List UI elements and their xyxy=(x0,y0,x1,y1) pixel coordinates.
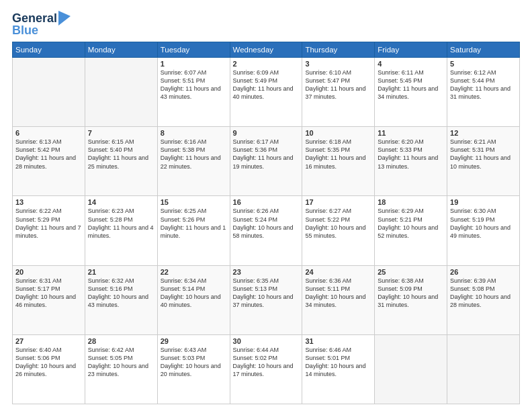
day-info: Sunrise: 6:15 AM Sunset: 5:40 PM Dayligh… xyxy=(88,138,154,171)
calendar-cell: 14Sunrise: 6:23 AM Sunset: 5:28 PM Dayli… xyxy=(85,196,157,265)
day-number: 21 xyxy=(88,268,154,276)
day-number: 23 xyxy=(233,268,300,276)
day-info: Sunrise: 6:43 AM Sunset: 5:03 PM Dayligh… xyxy=(161,346,227,379)
day-info: Sunrise: 6:32 AM Sunset: 5:16 PM Dayligh… xyxy=(88,277,154,310)
day-info: Sunrise: 6:44 AM Sunset: 5:02 PM Dayligh… xyxy=(233,346,300,379)
day-number: 19 xyxy=(450,198,517,206)
day-number: 29 xyxy=(161,337,227,345)
calendar-body: 1Sunrise: 6:07 AM Sunset: 5:51 PM Daylig… xyxy=(13,58,520,404)
day-number: 17 xyxy=(305,198,371,206)
day-number: 16 xyxy=(233,198,300,206)
calendar-cell: 3Sunrise: 6:10 AM Sunset: 5:47 PM Daylig… xyxy=(302,58,375,127)
day-number: 4 xyxy=(378,60,444,68)
calendar-cell: 2Sunrise: 6:09 AM Sunset: 5:49 PM Daylig… xyxy=(230,58,302,127)
calendar-cell: 27Sunrise: 6:40 AM Sunset: 5:06 PM Dayli… xyxy=(13,334,85,404)
calendar-week-5: 27Sunrise: 6:40 AM Sunset: 5:06 PM Dayli… xyxy=(13,334,520,404)
day-info: Sunrise: 6:35 AM Sunset: 5:13 PM Dayligh… xyxy=(233,277,300,310)
weekday-header-tuesday: Tuesday xyxy=(157,42,230,58)
day-info: Sunrise: 6:21 AM Sunset: 5:31 PM Dayligh… xyxy=(450,138,517,171)
day-number: 22 xyxy=(161,268,227,276)
day-info: Sunrise: 6:31 AM Sunset: 5:17 PM Dayligh… xyxy=(15,277,82,310)
day-number: 10 xyxy=(305,129,371,137)
calendar-cell xyxy=(85,58,157,127)
day-number: 1 xyxy=(161,60,227,68)
day-number: 13 xyxy=(15,198,82,206)
header: General Blue xyxy=(12,11,520,36)
weekday-header-monday: Monday xyxy=(85,42,157,58)
calendar-cell: 4Sunrise: 6:11 AM Sunset: 5:45 PM Daylig… xyxy=(375,58,447,127)
calendar-cell: 26Sunrise: 6:39 AM Sunset: 5:08 PM Dayli… xyxy=(447,265,520,334)
logo: General Blue xyxy=(12,11,72,36)
day-info: Sunrise: 6:13 AM Sunset: 5:42 PM Dayligh… xyxy=(15,138,82,171)
day-number: 28 xyxy=(88,337,154,345)
day-info: Sunrise: 6:42 AM Sunset: 5:05 PM Dayligh… xyxy=(88,346,154,379)
day-info: Sunrise: 6:40 AM Sunset: 5:06 PM Dayligh… xyxy=(15,346,82,379)
calendar-cell: 9Sunrise: 6:17 AM Sunset: 5:36 PM Daylig… xyxy=(230,127,302,196)
day-number: 11 xyxy=(378,129,444,137)
day-number: 8 xyxy=(161,129,227,137)
weekday-header-friday: Friday xyxy=(375,42,447,58)
calendar-cell: 6Sunrise: 6:13 AM Sunset: 5:42 PM Daylig… xyxy=(13,127,85,196)
day-info: Sunrise: 6:17 AM Sunset: 5:36 PM Dayligh… xyxy=(233,138,300,171)
day-number: 27 xyxy=(15,337,82,345)
day-info: Sunrise: 6:34 AM Sunset: 5:14 PM Dayligh… xyxy=(161,277,227,310)
day-info: Sunrise: 6:46 AM Sunset: 5:01 PM Dayligh… xyxy=(305,346,371,379)
day-info: Sunrise: 6:25 AM Sunset: 5:26 PM Dayligh… xyxy=(161,207,227,240)
calendar-cell: 23Sunrise: 6:35 AM Sunset: 5:13 PM Dayli… xyxy=(230,265,302,334)
day-number: 30 xyxy=(233,337,300,345)
day-info: Sunrise: 6:07 AM Sunset: 5:51 PM Dayligh… xyxy=(161,68,227,101)
weekday-header-saturday: Saturday xyxy=(447,42,520,58)
calendar-cell: 21Sunrise: 6:32 AM Sunset: 5:16 PM Dayli… xyxy=(85,265,157,334)
svg-marker-0 xyxy=(58,11,71,26)
calendar-cell: 13Sunrise: 6:22 AM Sunset: 5:29 PM Dayli… xyxy=(13,196,85,265)
day-number: 7 xyxy=(88,129,154,137)
day-info: Sunrise: 6:30 AM Sunset: 5:19 PM Dayligh… xyxy=(450,207,517,240)
day-number: 15 xyxy=(161,198,227,206)
calendar-cell: 5Sunrise: 6:12 AM Sunset: 5:44 PM Daylig… xyxy=(447,58,520,127)
weekday-header-wednesday: Wednesday xyxy=(230,42,302,58)
calendar-cell: 17Sunrise: 6:27 AM Sunset: 5:22 PM Dayli… xyxy=(302,196,375,265)
day-number: 18 xyxy=(378,198,444,206)
day-number: 12 xyxy=(450,129,517,137)
page: General Blue SundayMondayTuesdayWednesda… xyxy=(0,0,532,411)
day-info: Sunrise: 6:27 AM Sunset: 5:22 PM Dayligh… xyxy=(305,207,371,240)
calendar-cell xyxy=(13,58,85,127)
calendar-cell: 18Sunrise: 6:29 AM Sunset: 5:21 PM Dayli… xyxy=(375,196,447,265)
day-number: 9 xyxy=(233,129,300,137)
day-info: Sunrise: 6:22 AM Sunset: 5:29 PM Dayligh… xyxy=(15,207,82,240)
day-number: 6 xyxy=(15,129,82,137)
calendar-cell: 16Sunrise: 6:26 AM Sunset: 5:24 PM Dayli… xyxy=(230,196,302,265)
calendar-table: SundayMondayTuesdayWednesdayThursdayFrid… xyxy=(12,42,520,404)
calendar-cell: 28Sunrise: 6:42 AM Sunset: 5:05 PM Dayli… xyxy=(85,334,157,404)
calendar-cell: 10Sunrise: 6:18 AM Sunset: 5:35 PM Dayli… xyxy=(302,127,375,196)
day-info: Sunrise: 6:20 AM Sunset: 5:33 PM Dayligh… xyxy=(378,138,444,171)
calendar-cell: 31Sunrise: 6:46 AM Sunset: 5:01 PM Dayli… xyxy=(302,334,375,404)
day-info: Sunrise: 6:16 AM Sunset: 5:38 PM Dayligh… xyxy=(161,138,227,171)
day-info: Sunrise: 6:29 AM Sunset: 5:21 PM Dayligh… xyxy=(378,207,444,240)
calendar-cell: 12Sunrise: 6:21 AM Sunset: 5:31 PM Dayli… xyxy=(447,127,520,196)
day-info: Sunrise: 6:12 AM Sunset: 5:44 PM Dayligh… xyxy=(450,68,517,101)
calendar-cell: 29Sunrise: 6:43 AM Sunset: 5:03 PM Dayli… xyxy=(157,334,230,404)
calendar-cell: 1Sunrise: 6:07 AM Sunset: 5:51 PM Daylig… xyxy=(157,58,230,127)
calendar-header-row: SundayMondayTuesdayWednesdayThursdayFrid… xyxy=(13,42,520,58)
day-info: Sunrise: 6:38 AM Sunset: 5:09 PM Dayligh… xyxy=(378,277,444,310)
calendar-week-3: 13Sunrise: 6:22 AM Sunset: 5:29 PM Dayli… xyxy=(13,196,520,265)
weekday-header-thursday: Thursday xyxy=(302,42,375,58)
day-info: Sunrise: 6:23 AM Sunset: 5:28 PM Dayligh… xyxy=(88,207,154,240)
day-number: 24 xyxy=(305,268,371,276)
calendar-week-1: 1Sunrise: 6:07 AM Sunset: 5:51 PM Daylig… xyxy=(13,58,520,127)
calendar-cell: 20Sunrise: 6:31 AM Sunset: 5:17 PM Dayli… xyxy=(13,265,85,334)
day-number: 5 xyxy=(450,60,517,68)
day-info: Sunrise: 6:39 AM Sunset: 5:08 PM Dayligh… xyxy=(450,277,517,310)
day-info: Sunrise: 6:10 AM Sunset: 5:47 PM Dayligh… xyxy=(305,68,371,101)
day-number: 31 xyxy=(305,337,371,345)
day-info: Sunrise: 6:18 AM Sunset: 5:35 PM Dayligh… xyxy=(305,138,371,171)
day-number: 26 xyxy=(450,268,517,276)
day-number: 20 xyxy=(15,268,82,276)
weekday-header-sunday: Sunday xyxy=(13,42,85,58)
calendar-cell: 15Sunrise: 6:25 AM Sunset: 5:26 PM Dayli… xyxy=(157,196,230,265)
day-number: 3 xyxy=(305,60,371,68)
logo-text-blue: Blue xyxy=(12,24,38,36)
day-info: Sunrise: 6:11 AM Sunset: 5:45 PM Dayligh… xyxy=(378,68,444,101)
calendar-cell xyxy=(375,334,447,404)
